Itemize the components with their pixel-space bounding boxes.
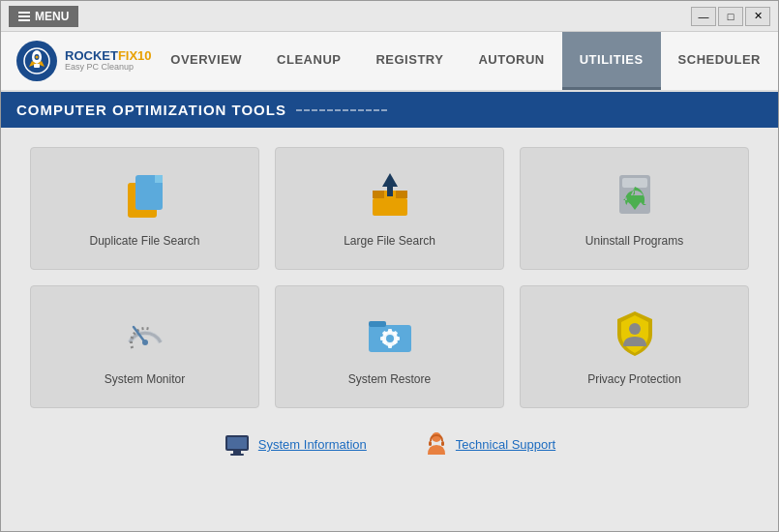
svg-rect-31 <box>369 321 386 327</box>
tool-duplicate-file-search[interactable]: Duplicate File Search <box>30 147 259 270</box>
logo-area: ROCKETFIX10 Easy PC Cleanup <box>1 41 153 81</box>
tool-system-monitor[interactable]: System Monitor <box>30 285 259 408</box>
privacy-protection-label: Privacy Protection <box>587 371 681 388</box>
system-monitor-label: System Monitor <box>105 371 185 388</box>
close-button[interactable]: ✕ <box>745 7 770 26</box>
minimize-button[interactable]: — <box>691 7 716 26</box>
large-file-icon <box>363 167 417 222</box>
tab-overview[interactable]: OVERVIEW <box>153 32 259 90</box>
svg-line-26 <box>142 327 143 330</box>
menu-button[interactable]: MENU <box>9 6 78 27</box>
system-monitor-icon <box>118 306 172 360</box>
tool-system-restore[interactable]: System Restore <box>275 285 504 408</box>
duplicate-file-label: Duplicate File Search <box>89 233 199 250</box>
system-restore-icon <box>363 306 417 360</box>
svg-rect-44 <box>227 437 247 449</box>
svg-line-21 <box>130 346 133 347</box>
menu-label: MENU <box>35 10 69 23</box>
logo-text: ROCKETFIX10 Easy PC Cleanup <box>65 49 152 73</box>
section-header: COMPUTER OPTIMIZATION TOOLS <box>1 92 778 128</box>
tab-utilities[interactable]: UTILITIES <box>562 32 661 90</box>
monitor-icon <box>224 433 251 457</box>
svg-rect-18 <box>387 187 393 196</box>
uninstall-icon <box>608 167 662 222</box>
tool-uninstall-programs[interactable]: Uninstall Programs <box>520 147 749 270</box>
tab-autorun[interactable]: AUTORUN <box>461 32 561 90</box>
brand-prefix: ROCKET <box>65 48 118 63</box>
tool-large-file-search[interactable]: Large File Search <box>275 147 504 270</box>
uninstall-label: Uninstall Programs <box>585 233 683 250</box>
svg-rect-34 <box>388 329 392 333</box>
svg-rect-20 <box>622 178 647 188</box>
privacy-protection-icon <box>608 306 662 360</box>
large-file-label: Large File Search <box>344 233 435 250</box>
title-bar-left: MENU <box>9 6 78 27</box>
svg-rect-5 <box>34 64 40 68</box>
tool-privacy-protection[interactable]: Privacy Protection <box>520 285 749 408</box>
tech-support-label: Technical Support <box>456 437 555 452</box>
svg-rect-37 <box>396 337 400 340</box>
svg-marker-15 <box>396 191 407 198</box>
logo-icon <box>16 41 57 81</box>
app-window: MENU — □ ✕ <box>0 0 779 532</box>
svg-line-27 <box>147 327 148 330</box>
svg-rect-36 <box>380 337 384 340</box>
title-bar: MENU — □ ✕ <box>1 1 778 32</box>
tab-scheduler[interactable]: SCHEDULER <box>661 32 778 90</box>
system-info-link[interactable]: System Information <box>224 431 367 458</box>
duplicate-file-icon <box>118 167 172 222</box>
svg-marker-17 <box>382 173 398 187</box>
tab-cleanup[interactable]: CLEANUP <box>259 32 358 90</box>
tab-registry[interactable]: REGISTRY <box>358 32 461 90</box>
svg-rect-35 <box>388 344 392 348</box>
svg-rect-13 <box>373 198 407 216</box>
nav-tabs: OVERVIEW CLEANUP REGISTRY AUTORUN UTILIT… <box>153 32 778 90</box>
svg-rect-45 <box>233 451 241 454</box>
svg-rect-48 <box>429 441 432 446</box>
svg-rect-46 <box>230 454 244 456</box>
main-content: Duplicate File Search <box>1 128 778 531</box>
svg-line-24 <box>133 333 135 335</box>
svg-rect-49 <box>441 441 444 446</box>
system-info-label: System Information <box>258 437 367 452</box>
svg-rect-12 <box>155 175 163 183</box>
svg-point-42 <box>629 323 641 335</box>
hamburger-icon <box>18 12 30 21</box>
brand-suffix: FIX10 <box>118 48 152 63</box>
support-icon <box>425 431 448 458</box>
title-bar-controls: — □ ✕ <box>691 7 770 26</box>
bottom-links: System Information Technical Support <box>30 424 749 462</box>
brand-tagline: Easy PC Cleanup <box>65 63 152 73</box>
nav-bar: ROCKETFIX10 Easy PC Cleanup OVERVIEW CLE… <box>1 32 778 92</box>
tech-support-link[interactable]: Technical Support <box>425 431 555 458</box>
maximize-button[interactable]: □ <box>718 7 743 26</box>
svg-point-6 <box>36 56 39 59</box>
svg-marker-14 <box>373 191 384 198</box>
header-decoration <box>296 109 387 111</box>
svg-point-33 <box>386 335 394 342</box>
svg-line-23 <box>130 337 133 338</box>
brand-name: ROCKETFIX10 <box>65 49 152 63</box>
system-restore-label: System Restore <box>348 371 431 388</box>
svg-point-29 <box>142 340 148 345</box>
section-title: COMPUTER OPTIMIZATION TOOLS <box>16 102 286 118</box>
tool-grid: Duplicate File Search <box>30 147 749 408</box>
